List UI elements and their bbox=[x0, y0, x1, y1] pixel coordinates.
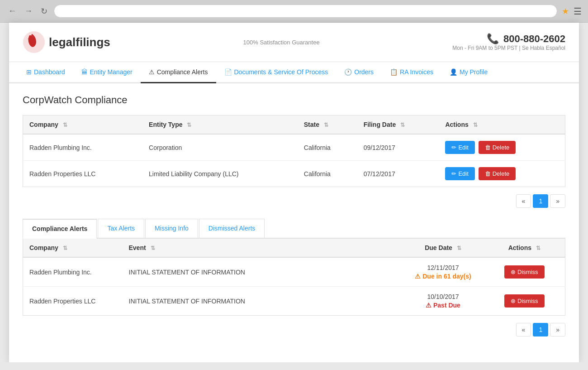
nav-compliance-alerts-label: Compliance Alerts bbox=[157, 68, 208, 76]
back-button[interactable]: ← bbox=[6, 6, 18, 16]
bookmark-icon[interactable]: ★ bbox=[562, 6, 569, 16]
corp-table-header-row: Company ⇅ Entity Type ⇅ State ⇅ Filing D… bbox=[23, 115, 565, 135]
nav-ra-invoices-label: RA Invoices bbox=[400, 68, 433, 76]
trash-icon: 🗑 bbox=[485, 144, 491, 151]
corp-table: Company ⇅ Entity Type ⇅ State ⇅ Filing D… bbox=[23, 115, 565, 187]
corp-col-actions: Actions ⇅ bbox=[439, 115, 565, 135]
edit-button[interactable]: ✏ Edit bbox=[445, 141, 474, 154]
alerts-page-1[interactable]: 1 bbox=[533, 323, 548, 336]
table-row: Radden Properties LLC Limited Liability … bbox=[23, 161, 565, 187]
nav-compliance-alerts[interactable]: ⚠ Compliance Alerts bbox=[141, 62, 216, 83]
dashboard-icon: ⊞ bbox=[26, 68, 32, 76]
logo-area: legalfilings bbox=[23, 31, 110, 53]
forward-button[interactable]: → bbox=[23, 6, 34, 16]
corp-row1-entity-type: Corporation bbox=[142, 134, 298, 161]
nav-my-profile-label: My Profile bbox=[460, 68, 488, 76]
phone-number: 📞 800-880-2602 bbox=[452, 33, 565, 45]
alert-row1-due-date: 12/11/2017 ⚠ Due in 61 day(s) bbox=[403, 257, 484, 287]
warning-icon: ⚠ bbox=[415, 273, 421, 280]
alert-row1-actions: ⊗ Dismiss bbox=[484, 257, 565, 287]
corp-col-entity-type: Entity Type ⇅ bbox=[142, 115, 298, 135]
corp-col-company: Company ⇅ bbox=[23, 115, 143, 135]
table-row: Radden Plumbing Inc. Corporation Califor… bbox=[23, 134, 565, 161]
corp-prev-page[interactable]: « bbox=[516, 194, 531, 208]
corp-row2-entity-type: Limited Liability Company (LLC) bbox=[142, 161, 298, 187]
nav-ra-invoices[interactable]: 📋 RA Invoices bbox=[382, 62, 441, 83]
nav-dashboard[interactable]: ⊞ Dashboard bbox=[18, 62, 73, 83]
alerts-prev-page[interactable]: « bbox=[516, 323, 531, 336]
nav-entity-manager-label: Entity Manager bbox=[90, 68, 133, 76]
page-wrapper: legalfilings 100% Satisfaction Guarantee… bbox=[9, 23, 579, 362]
delete-button[interactable]: 🗑 Delete bbox=[479, 141, 516, 154]
sort-alerts-event-icon[interactable]: ⇅ bbox=[151, 245, 155, 251]
corp-row1-filing-date: 09/12/2017 bbox=[357, 134, 439, 161]
sort-company-icon[interactable]: ⇅ bbox=[63, 122, 67, 128]
edit-icon: ✏ bbox=[451, 170, 456, 177]
corp-col-state: State ⇅ bbox=[298, 115, 357, 135]
tab-tax-alerts[interactable]: Tax Alerts bbox=[98, 219, 144, 238]
corp-next-page[interactable]: » bbox=[550, 194, 565, 208]
nav-documents-label: Documents & Service Of Process bbox=[234, 68, 328, 76]
site-header: legalfilings 100% Satisfaction Guarantee… bbox=[9, 23, 579, 62]
reload-button[interactable]: ↻ bbox=[39, 6, 49, 16]
alert-row2-event: INITIAL STATEMENT OF INFORMATION bbox=[123, 287, 403, 316]
documents-icon: 📄 bbox=[224, 68, 232, 76]
delete-button[interactable]: 🗑 Delete bbox=[479, 167, 516, 180]
tab-missing-info[interactable]: Missing Info bbox=[145, 219, 198, 238]
dismiss-button[interactable]: ⊗ Dismiss bbox=[504, 294, 545, 308]
nav-entity-manager[interactable]: 🏛 Entity Manager bbox=[73, 62, 141, 83]
nav-my-profile[interactable]: 👤 My Profile bbox=[441, 62, 496, 83]
ra-invoices-icon: 📋 bbox=[390, 68, 398, 76]
alert-row2-due-date: 10/10/2017 ⚠ Past Due bbox=[403, 287, 484, 316]
orders-icon: 🕐 bbox=[344, 68, 352, 76]
alerts-col-actions: Actions ⇅ bbox=[484, 239, 565, 257]
alerts-next-page[interactable]: » bbox=[550, 323, 565, 336]
alerts-header-row: Company ⇅ Event ⇅ Due Date ⇅ Actions bbox=[23, 239, 565, 257]
sort-actions-icon[interactable]: ⇅ bbox=[473, 122, 478, 128]
browser-chrome: ← → ↻ ★ ☰ bbox=[0, 0, 588, 23]
address-bar[interactable] bbox=[54, 5, 557, 18]
logo-text: legalfilings bbox=[49, 35, 110, 49]
sort-alerts-due-date-icon[interactable]: ⇅ bbox=[457, 245, 461, 251]
compliance-alerts-icon: ⚠ bbox=[149, 68, 155, 76]
alert-tabs: Compliance Alerts Tax Alerts Missing Inf… bbox=[23, 219, 565, 239]
alerts-pagination: « 1 » bbox=[23, 323, 565, 336]
alerts-col-company: Company ⇅ bbox=[23, 239, 123, 257]
corp-page-1[interactable]: 1 bbox=[533, 194, 548, 208]
menu-icon[interactable]: ☰ bbox=[574, 6, 582, 17]
corp-row2-actions: ✏ Edit 🗑 Delete bbox=[439, 161, 565, 187]
alert-row1-company: Radden Plumbing Inc. bbox=[23, 257, 123, 287]
alerts-col-due-date: Due Date ⇅ bbox=[403, 239, 484, 257]
dismiss-button[interactable]: ⊗ Dismiss bbox=[504, 265, 545, 279]
sort-filing-date-icon[interactable]: ⇅ bbox=[400, 122, 405, 128]
corp-row1-actions: ✏ Edit 🗑 Delete bbox=[439, 134, 565, 161]
corp-row2-company: Radden Properties LLC bbox=[23, 161, 143, 187]
corp-col-filing-date: Filing Date ⇅ bbox=[357, 115, 439, 135]
table-row: Radden Properties LLC INITIAL STATEMENT … bbox=[23, 287, 565, 316]
alerts-table: Company ⇅ Event ⇅ Due Date ⇅ Actions bbox=[23, 239, 565, 316]
edit-icon: ✏ bbox=[451, 144, 456, 151]
corp-row1-company: Radden Plumbing Inc. bbox=[23, 134, 143, 161]
past-due-label: ⚠ Past Due bbox=[426, 302, 460, 309]
tab-dismissed-alerts[interactable]: Dismissed Alerts bbox=[199, 219, 265, 238]
phone-icon: 📞 bbox=[487, 33, 499, 44]
sort-entity-type-icon[interactable]: ⇅ bbox=[187, 122, 191, 128]
trash-icon: 🗑 bbox=[485, 170, 491, 177]
my-profile-icon: 👤 bbox=[450, 68, 457, 76]
sort-alerts-actions-icon[interactable]: ⇅ bbox=[536, 245, 541, 251]
header-tagline: 100% Satisfaction Guarantee bbox=[243, 39, 320, 46]
alert-row1-event: INITIAL STATEMENT OF INFORMATION bbox=[123, 257, 403, 287]
nav-orders[interactable]: 🕐 Orders bbox=[336, 62, 382, 83]
edit-button[interactable]: ✏ Edit bbox=[445, 167, 474, 180]
entity-manager-icon: 🏛 bbox=[81, 68, 88, 76]
nav-documents[interactable]: 📄 Documents & Service Of Process bbox=[216, 62, 337, 83]
logo-icon bbox=[23, 31, 45, 53]
content-area: CorpWatch Compliance Company ⇅ Entity Ty… bbox=[9, 83, 579, 358]
dismiss-icon: ⊗ bbox=[511, 269, 516, 275]
corp-row2-state: California bbox=[298, 161, 357, 187]
sort-state-icon[interactable]: ⇅ bbox=[324, 122, 328, 128]
alerts-section: Compliance Alerts Tax Alerts Missing Inf… bbox=[23, 219, 565, 336]
header-contact: 📞 800-880-2602 Mon - Fri 9AM to 5PM PST … bbox=[452, 33, 565, 51]
tab-compliance-alerts[interactable]: Compliance Alerts bbox=[23, 219, 97, 239]
sort-alerts-company-icon[interactable]: ⇅ bbox=[63, 245, 67, 251]
